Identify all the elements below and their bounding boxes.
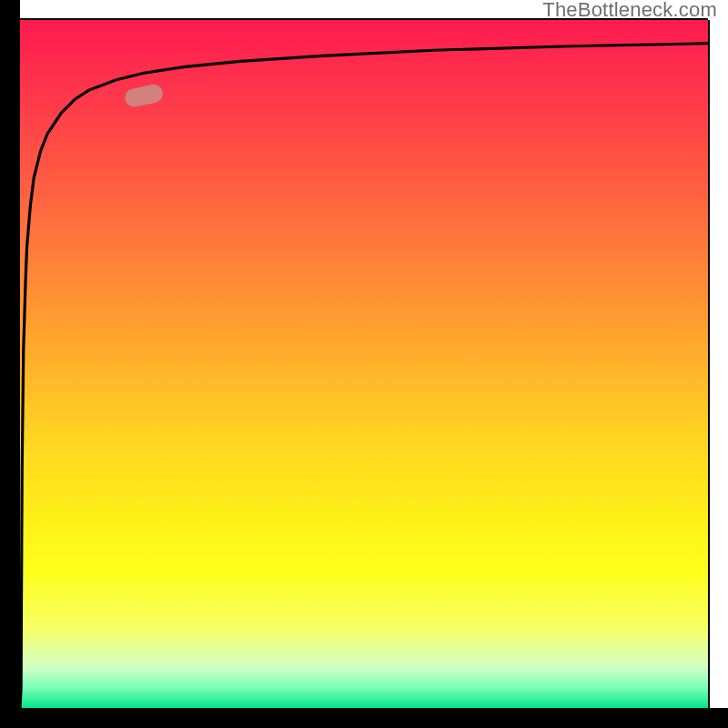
gradient-fill	[20, 20, 708, 708]
axis-bottom-band	[0, 708, 728, 728]
plot-area	[20, 20, 708, 708]
attribution-label: TheBottleneck.com	[542, 0, 717, 22]
axis-left-band	[0, 0, 20, 708]
axis-right-line	[708, 20, 710, 708]
chart-container: TheBottleneck.com	[0, 0, 728, 728]
